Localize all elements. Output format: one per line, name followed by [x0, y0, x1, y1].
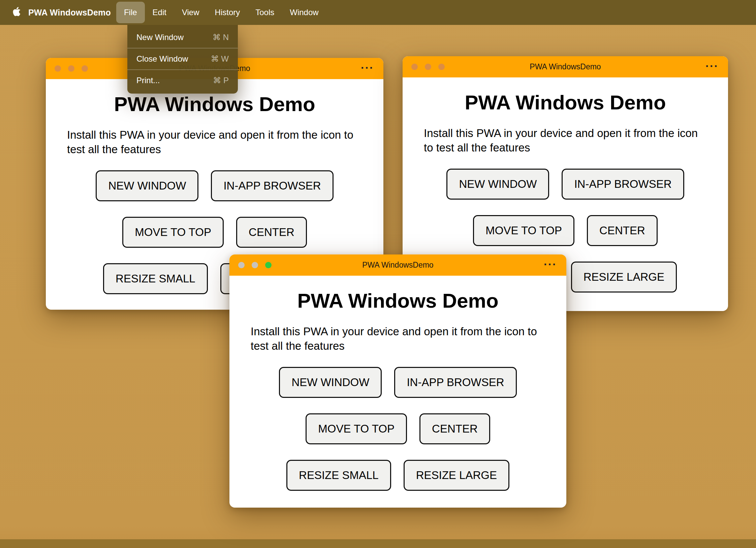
window-titlebar[interactable]: PWA WindowsDemo ···: [229, 254, 566, 276]
center-button[interactable]: CENTER: [236, 217, 307, 248]
page-description: Install this PWA in your device and open…: [424, 126, 707, 155]
close-button[interactable]: [411, 64, 418, 70]
in-app-browser-button[interactable]: IN-APP BROWSER: [394, 367, 516, 398]
traffic-lights: [229, 262, 272, 268]
window-title: PWA WindowsDemo: [403, 62, 728, 71]
menu-item-label: Print...: [136, 76, 160, 85]
center-button[interactable]: CENTER: [587, 215, 658, 246]
menu-view[interactable]: View: [174, 2, 207, 23]
resize-large-button[interactable]: RESIZE LARGE: [404, 460, 509, 491]
menubar-app-name[interactable]: PWA WindowsDemo: [28, 8, 111, 18]
resize-large-button[interactable]: RESIZE LARGE: [571, 262, 677, 293]
minimize-button[interactable]: [68, 65, 74, 72]
page-title: PWA Windows Demo: [297, 289, 498, 312]
window-content: PWA Windows Demo Install this PWA in you…: [229, 276, 566, 491]
menu-file[interactable]: File: [116, 2, 145, 23]
close-button[interactable]: [55, 65, 61, 72]
in-app-browser-button[interactable]: IN-APP BROWSER: [562, 169, 684, 200]
move-to-top-button[interactable]: MOVE TO TOP: [473, 215, 574, 246]
menu-tools[interactable]: Tools: [248, 2, 282, 23]
page-title: PWA Windows Demo: [465, 91, 666, 114]
minimize-button[interactable]: [252, 262, 258, 268]
menu-edit[interactable]: Edit: [145, 2, 174, 23]
menu-window[interactable]: Window: [282, 2, 326, 23]
overflow-menu-button[interactable]: ···: [705, 60, 719, 72]
overflow-menu-button[interactable]: ···: [544, 258, 557, 271]
menu-item-print[interactable]: Print... ⌘ P: [127, 70, 238, 91]
traffic-lights: [46, 65, 88, 72]
in-app-browser-button[interactable]: IN-APP BROWSER: [211, 170, 333, 201]
overflow-menu-button[interactable]: ···: [361, 61, 374, 74]
menu-item-close-window[interactable]: Close Window ⌘ W: [127, 48, 238, 69]
menu-item-shortcut: ⌘ W: [211, 54, 229, 64]
menu-item-shortcut: ⌘ P: [213, 76, 229, 85]
move-to-top-button[interactable]: MOVE TO TOP: [122, 217, 224, 248]
file-dropdown-menu: New Window ⌘ N Close Window ⌘ W Print...…: [127, 25, 238, 94]
minimize-button[interactable]: [425, 64, 431, 70]
close-button[interactable]: [238, 262, 245, 268]
traffic-lights: [403, 64, 445, 70]
center-button[interactable]: CENTER: [419, 413, 490, 444]
zoom-button[interactable]: [438, 64, 445, 70]
page-description: Install this PWA in your device and open…: [251, 324, 545, 353]
apple-menu[interactable]: [9, 7, 24, 18]
apple-icon: [12, 7, 21, 18]
menu-bar: PWA WindowsDemo File Edit View History T…: [0, 0, 756, 25]
menu-item-label: Close Window: [136, 54, 188, 64]
menu-item-label: New Window: [136, 33, 184, 42]
window-titlebar[interactable]: PWA WindowsDemo ···: [403, 56, 728, 77]
pwa-window-front[interactable]: PWA WindowsDemo ··· PWA Windows Demo Ins…: [229, 254, 566, 508]
page-description: Install this PWA in your device and open…: [67, 128, 362, 157]
zoom-button[interactable]: [82, 65, 88, 72]
new-window-button[interactable]: NEW WINDOW: [279, 367, 382, 398]
window-title: PWA WindowsDemo: [229, 261, 566, 270]
new-window-button[interactable]: NEW WINDOW: [96, 170, 198, 201]
page-title: PWA Windows Demo: [114, 93, 315, 116]
zoom-button[interactable]: [265, 262, 272, 268]
menu-history[interactable]: History: [207, 2, 248, 23]
move-to-top-button[interactable]: MOVE TO TOP: [306, 413, 407, 444]
new-window-button[interactable]: NEW WINDOW: [446, 169, 549, 200]
resize-small-button[interactable]: RESIZE SMALL: [286, 460, 391, 491]
menu-item-new-window[interactable]: New Window ⌘ N: [127, 27, 238, 48]
resize-small-button[interactable]: RESIZE SMALL: [103, 263, 208, 294]
menu-item-shortcut: ⌘ N: [213, 33, 229, 42]
